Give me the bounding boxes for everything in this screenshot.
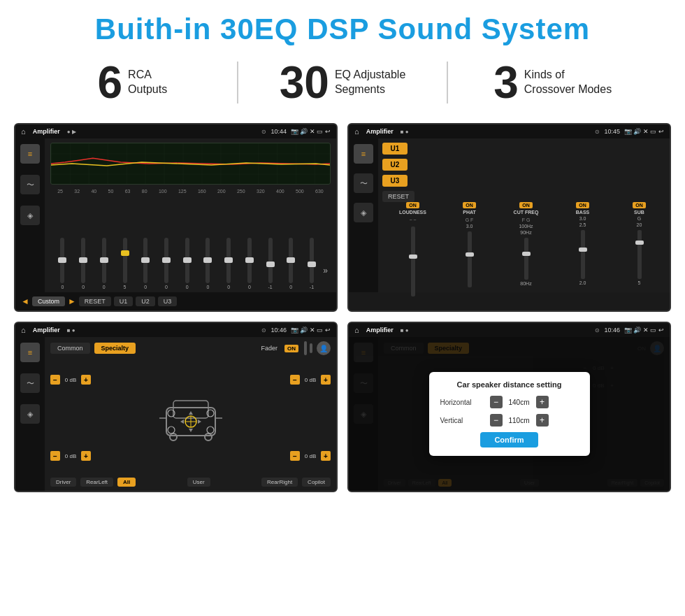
db-br-minus[interactable]: − — [290, 451, 300, 461]
horizontal-plus-btn[interactable]: + — [536, 396, 549, 408]
loudness-on: ON — [406, 202, 419, 208]
fader-rearright-btn[interactable]: RearRight — [261, 478, 298, 487]
eq-bottom-bar: ◄ Custom ► RESET U1 U2 U3 — [15, 292, 336, 310]
db-tl-plus[interactable]: + — [81, 375, 91, 385]
horizontal-ctrl: − 140cm + — [490, 396, 549, 408]
fader-sidebar: ≡ 〜 ◈ — [15, 337, 45, 491]
cross-icon-wave[interactable]: 〜 — [354, 173, 373, 193]
u1-btn[interactable]: U1 — [382, 143, 408, 155]
eq-reset-btn[interactable]: RESET — [79, 296, 111, 306]
cross-status-icons: 📷 🔊 ✕ ▭ ↩ — [624, 128, 664, 135]
eq-icon-eq[interactable]: ≡ — [20, 144, 40, 164]
dialog-horizontal-row: Horizontal − 140cm + — [440, 396, 579, 408]
eq-sidebar: ≡ 〜 ◈ — [15, 138, 45, 292]
cross-title: Amplifier — [366, 128, 394, 135]
vertical-label: Vertical — [440, 417, 486, 424]
dialog-title-bar: Amplifier — [366, 327, 394, 334]
u2-btn[interactable]: U2 — [382, 159, 408, 171]
vertical-ctrl: − 110cm + — [490, 414, 549, 427]
horizontal-label: Horizontal — [440, 399, 486, 406]
eq-graph — [50, 143, 331, 185]
db-bot-right: − 0 dB + — [290, 451, 331, 461]
eq-u3-btn[interactable]: U3 — [158, 296, 178, 306]
slider-4: 5 — [115, 238, 134, 289]
fader-screen: ⌂ Amplifier ■ ● ⊙ 10:46 📷 🔊 ✕ ▭ ↩ ≡ 〜 ◈ … — [14, 322, 338, 492]
cross-reset-btn[interactable]: RESET — [382, 191, 414, 202]
fader-on-badge: ON — [284, 345, 298, 352]
cross-icon-vol[interactable]: ◈ — [354, 203, 373, 222]
stat-eq-label: EQ Adjustable Segments — [335, 68, 405, 97]
avatar-icon: 👤 — [317, 341, 331, 355]
slider-6: 0 — [157, 238, 176, 289]
dialog-overlay: Car speaker distance setting Horizontal … — [349, 337, 670, 491]
slider-11: -1 — [261, 238, 280, 289]
eq-freq-labels: 253240506380100125160200250320400500630 — [50, 189, 331, 194]
fader-user-btn[interactable]: User — [187, 478, 210, 487]
screens-grid: ⌂ Amplifier ● ▶ ⊙ 10:44 📷 🔊 ✕ ▭ ↩ ≡ 〜 ◈ — [0, 117, 685, 506]
eq-sliders: 0 0 0 5 0 0 0 0 0 0 -1 0 -1 » — [50, 198, 331, 289]
db-tl-minus[interactable]: − — [50, 375, 60, 385]
fader-status-icons: 📷 🔊 ✕ ▭ ↩ — [291, 327, 331, 334]
eq-u1-btn[interactable]: U1 — [114, 296, 134, 306]
slider-13: -1 — [303, 238, 322, 289]
fader-icon-eq[interactable]: ≡ — [20, 343, 40, 362]
cross-content: ≡ 〜 ◈ U1 U2 U3 RESET ON LOUDN — [349, 138, 670, 292]
eq-u2-btn[interactable]: U2 — [136, 296, 155, 306]
eq-next-arrow[interactable]: ► — [68, 296, 76, 306]
horizontal-value: 140cm — [505, 399, 533, 406]
eq-icon-wave[interactable]: 〜 — [20, 175, 40, 194]
confirm-button[interactable]: Confirm — [480, 432, 538, 447]
slider-5: 0 — [136, 238, 155, 289]
eq-prev-arrow[interactable]: ◄ — [21, 296, 29, 306]
vertical-plus-btn[interactable]: + — [536, 414, 549, 427]
header: Buith-in 30EQ DSP Sound System — [0, 0, 685, 53]
fader-time: 10:46 — [271, 327, 287, 334]
home-icon-4[interactable]: ⌂ — [354, 326, 359, 334]
horizontal-minus-btn[interactable]: − — [490, 396, 503, 408]
tab-specialty[interactable]: Specialty — [94, 343, 136, 354]
fader-icon-vol[interactable]: ◈ — [20, 404, 40, 424]
dialog-content: ≡ 〜 ◈ Common Specialty ON 👤 — [349, 337, 670, 491]
dialog-status-icons: 📷 🔊 ✕ ▭ ↩ — [624, 327, 664, 334]
vertical-value: 110cm — [505, 417, 533, 424]
fader-all-btn[interactable]: All — [117, 478, 136, 487]
dialog-vertical-row: Vertical − 110cm + — [440, 414, 579, 427]
loudness-label: LOUDNESS — [399, 210, 426, 215]
db-tr-minus[interactable]: − — [290, 375, 300, 385]
db-br-plus[interactable]: + — [321, 451, 331, 461]
dialog-box-title: Car speaker distance setting — [440, 380, 579, 389]
db-bl-minus[interactable]: − — [50, 451, 60, 461]
phat-label: PHAT — [463, 210, 476, 215]
eq-content: ≡ 〜 ◈ — [15, 138, 336, 292]
fader-driver-btn[interactable]: Driver — [50, 478, 76, 487]
svg-point-10 — [207, 427, 214, 434]
fader-title: Amplifier — [33, 327, 60, 334]
slider-2: 0 — [74, 238, 93, 289]
home-icon-2[interactable]: ⌂ — [354, 127, 359, 136]
home-icon[interactable]: ⌂ — [21, 127, 26, 136]
eq-icon-vol[interactable]: ◈ — [20, 206, 40, 225]
fader-tabs: Common Specialty Fader ON 👤 — [50, 341, 331, 355]
db-tl-val: 0 dB — [62, 377, 79, 383]
db-tr-plus[interactable]: + — [321, 375, 331, 385]
home-icon-3[interactable]: ⌂ — [21, 326, 26, 334]
tab-common[interactable]: Common — [50, 343, 90, 354]
fader-icon-wave[interactable]: 〜 — [20, 373, 40, 393]
fader-status-bar: ⌂ Amplifier ■ ● ⊙ 10:46 📷 🔊 ✕ ▭ ↩ — [15, 323, 336, 337]
eq-custom-btn[interactable]: Custom — [32, 296, 65, 306]
u-buttons: U1 U2 U3 RESET — [382, 143, 661, 202]
dialog-screen: ⌂ Amplifier ■ ● ⊙ 10:46 📷 🔊 ✕ ▭ ↩ ≡ 〜 ◈ … — [347, 322, 671, 492]
eq-title: Amplifier — [33, 128, 60, 135]
svg-point-9 — [168, 427, 175, 434]
svg-marker-17 — [198, 420, 201, 424]
cross-main: U1 U2 U3 RESET ON LOUDNESS −~ — [378, 138, 670, 292]
stat-crossover-number: 3 — [493, 60, 519, 105]
u3-btn[interactable]: U3 — [382, 175, 408, 187]
db-bl-plus[interactable]: + — [81, 451, 91, 461]
eq-screen: ⌂ Amplifier ● ▶ ⊙ 10:44 📷 🔊 ✕ ▭ ↩ ≡ 〜 ◈ — [14, 123, 338, 312]
cross-icon-eq[interactable]: ≡ — [354, 144, 373, 164]
fader-rearleft-btn[interactable]: RearLeft — [80, 478, 113, 487]
vertical-minus-btn[interactable]: − — [490, 414, 503, 427]
fader-copilot-btn[interactable]: Copilot — [302, 478, 331, 487]
sub-label: SUB — [634, 210, 644, 215]
